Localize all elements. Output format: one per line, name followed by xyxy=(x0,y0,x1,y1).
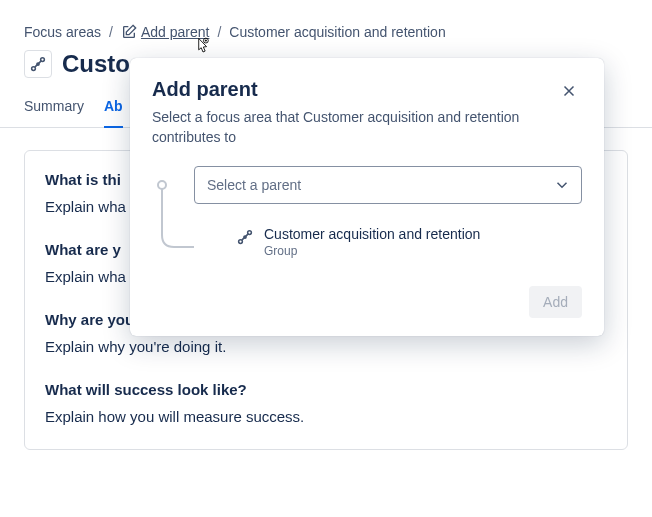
breadcrumb-separator: / xyxy=(109,24,113,40)
section-answer[interactable]: Explain how you will measure success. xyxy=(45,408,607,425)
svg-point-5 xyxy=(239,239,243,243)
focus-area-icon xyxy=(236,228,254,246)
svg-point-1 xyxy=(41,58,45,62)
chevron-down-icon xyxy=(553,176,571,194)
section-question: What will success look like? xyxy=(45,381,607,398)
child-item: Customer acquisition and retention Group xyxy=(194,204,582,258)
close-icon xyxy=(560,82,578,100)
breadcrumb-add-parent[interactable]: Add parent xyxy=(121,24,210,40)
child-name: Customer acquisition and retention xyxy=(264,226,480,242)
close-button[interactable] xyxy=(556,78,582,107)
child-sub: Group xyxy=(264,244,480,258)
focus-area-icon xyxy=(24,50,52,78)
add-parent-modal: Add parent Select a focus area that Cust… xyxy=(130,58,604,336)
edit-icon xyxy=(121,24,137,40)
section-answer[interactable]: Explain why you're doing it. xyxy=(45,338,607,355)
breadcrumb: Focus areas / Add parent / Customer acqu… xyxy=(0,0,652,50)
tab-about[interactable]: Ab xyxy=(104,90,123,128)
svg-point-6 xyxy=(248,230,252,234)
parent-tree: Select a parent Customer acquisition and… xyxy=(152,166,582,262)
add-button[interactable]: Add xyxy=(529,286,582,318)
modal-description: Select a focus area that Customer acquis… xyxy=(152,107,582,148)
breadcrumb-current: Customer acquisition and retention xyxy=(229,24,445,40)
breadcrumb-root[interactable]: Focus areas xyxy=(24,24,101,40)
breadcrumb-separator: / xyxy=(217,24,221,40)
modal-title: Add parent xyxy=(152,78,258,101)
parent-select[interactable]: Select a parent xyxy=(194,166,582,204)
tree-connector xyxy=(152,166,194,262)
tab-summary[interactable]: Summary xyxy=(24,90,84,127)
page-title: Custo xyxy=(62,50,130,78)
svg-point-3 xyxy=(158,181,166,189)
select-placeholder: Select a parent xyxy=(207,177,301,193)
svg-point-0 xyxy=(32,67,36,71)
